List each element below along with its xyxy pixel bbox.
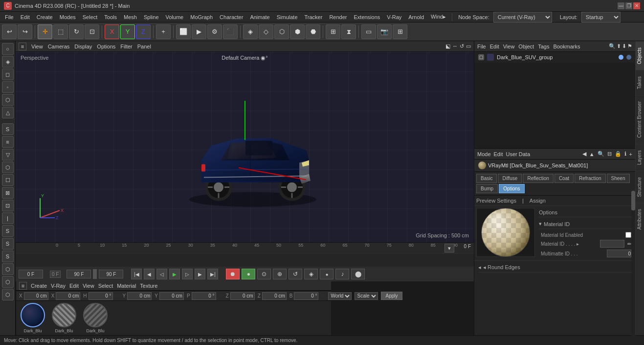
render-btn2[interactable]: ◇ xyxy=(259,24,273,39)
obj-menu-tags[interactable]: Tags xyxy=(538,44,549,49)
snap-btn[interactable]: ⊞ xyxy=(326,24,340,39)
material-item-0[interactable]: Dark_Blu xyxy=(18,303,47,333)
nav-lock[interactable]: 🔒 xyxy=(615,151,622,157)
menu-mograph[interactable]: MoGraph xyxy=(187,13,216,21)
close-button[interactable]: ✕ xyxy=(633,2,640,9)
user-data-label[interactable]: User Data xyxy=(506,151,531,157)
obj-icon2[interactable]: ⬆ xyxy=(617,43,621,49)
next-btn[interactable]: ▷ xyxy=(182,269,193,279)
obj-icon4[interactable]: ⚑ xyxy=(627,43,632,49)
world-select[interactable]: World xyxy=(328,292,352,300)
sidebar-tool5[interactable]: ☐ xyxy=(2,174,14,186)
current-frame-input[interactable] xyxy=(19,270,43,278)
sidebar-tool8[interactable]: | xyxy=(2,212,14,224)
menu-extensions[interactable]: Extensions xyxy=(351,13,383,21)
z-pos-input[interactable] xyxy=(230,292,255,300)
menu-create[interactable]: Create xyxy=(34,13,56,21)
end-frame-input[interactable] xyxy=(67,270,91,278)
menu-render[interactable]: Render xyxy=(326,13,350,21)
z-axis-btn[interactable]: Z xyxy=(136,24,151,39)
marker-btn[interactable]: ◈ xyxy=(304,269,318,279)
menu-vray[interactable]: V-Ray xyxy=(384,13,404,21)
apply-button[interactable]: Apply xyxy=(381,292,402,300)
menu-file[interactable]: File xyxy=(2,13,17,21)
mat-menu-material[interactable]: Material xyxy=(117,283,136,289)
obj-menu-bookmarks[interactable]: Bookmarks xyxy=(553,44,580,49)
viewport-menu-panel[interactable]: Panel xyxy=(137,44,151,49)
render-btn4[interactable]: ⬢ xyxy=(290,24,305,39)
mat-menu-view[interactable]: View xyxy=(83,283,94,289)
object-visibility-dot[interactable] xyxy=(619,55,623,60)
move-tool-button[interactable]: ✛ xyxy=(38,24,52,39)
x-pos-input[interactable] xyxy=(24,292,48,300)
viewport-btn2[interactable]: ▶ xyxy=(192,24,206,39)
rotate-tool-button[interactable]: ↻ xyxy=(69,24,84,39)
sidebar-snap[interactable]: S xyxy=(2,123,14,135)
mat-menu-edit[interactable]: Edit xyxy=(69,283,79,289)
viewport-menu-display[interactable]: Display xyxy=(74,44,92,49)
menu-edit[interactable]: Edit xyxy=(18,13,33,21)
tab-layers[interactable]: Layers xyxy=(636,144,644,171)
audio-btn[interactable]: ♪ xyxy=(335,269,349,279)
assign-link[interactable]: Assign xyxy=(530,198,546,204)
menu-spline[interactable]: Spline xyxy=(141,13,162,21)
obj-icon1[interactable]: 🔍 xyxy=(609,43,616,49)
keyframe-btn[interactable]: ⬥ xyxy=(320,269,333,279)
playback-mode-btn[interactable]: ⊙ xyxy=(257,269,271,279)
redo-button[interactable]: ↪ xyxy=(18,24,32,39)
menu-select[interactable]: Select xyxy=(80,13,101,21)
render-btn3[interactable]: ⬡ xyxy=(274,24,289,39)
menu-modes[interactable]: Modes xyxy=(57,13,79,21)
nav-info[interactable]: ℹ xyxy=(624,151,626,157)
total-frames-input[interactable] xyxy=(99,270,123,278)
object-item-row[interactable]: Dark_Blue_SUV_group xyxy=(474,52,635,63)
sidebar-point-mode[interactable]: ◦ xyxy=(2,81,14,93)
tab-reflection[interactable]: Reflection xyxy=(523,174,553,183)
sidebar-tool14[interactable]: ⬡ xyxy=(2,289,14,300)
sidebar-tool3[interactable]: ▽ xyxy=(2,149,14,161)
collapse-icon[interactable]: ▾ xyxy=(539,221,542,227)
mat-menu-select[interactable]: Select xyxy=(98,283,113,289)
menu-mesh[interactable]: Mesh xyxy=(121,13,140,21)
y-axis-btn[interactable]: Y xyxy=(120,24,135,39)
nav-add[interactable]: + xyxy=(629,151,632,157)
mat-menu-texture[interactable]: Texture xyxy=(140,283,157,289)
tab-sheen[interactable]: Sheen xyxy=(607,174,630,183)
preview-settings-link[interactable]: Preview Settings xyxy=(476,198,516,204)
obj-menu-file[interactable]: File xyxy=(477,44,486,49)
tab-objects[interactable]: Objects xyxy=(636,41,644,70)
mirror-btn[interactable]: ⧗ xyxy=(341,24,356,39)
menu-arnold[interactable]: Arnold xyxy=(405,13,427,21)
layout-select[interactable]: Startup xyxy=(581,12,621,23)
next-frame-btn[interactable]: ▶ xyxy=(195,269,205,279)
sidebar-object-mode[interactable]: ○ xyxy=(2,43,14,55)
sidebar-tool4[interactable]: ⬡ xyxy=(2,161,14,173)
mat-menu-vray[interactable]: V-Ray xyxy=(51,283,66,289)
menu-tracker[interactable]: Tracker xyxy=(302,13,326,21)
menu-tools[interactable]: Tools xyxy=(101,13,120,21)
sidebar-tool12[interactable]: ⬡ xyxy=(2,263,14,275)
scrollbar-thumb[interactable] xyxy=(631,191,635,210)
mat-menu-icon[interactable]: ≡ xyxy=(19,282,27,290)
loop-btn[interactable]: ↺ xyxy=(289,269,302,279)
tab-refraction[interactable]: Refraction xyxy=(575,174,606,183)
sidebar-tool13[interactable]: ⬡ xyxy=(2,276,14,288)
y-scale-input[interactable] xyxy=(159,292,184,300)
object-expand-icon[interactable] xyxy=(478,54,484,60)
z-scale-input[interactable] xyxy=(262,292,287,300)
go-end-btn[interactable]: ▶| xyxy=(207,269,218,279)
obj-menu-edit[interactable]: Edit xyxy=(490,44,499,49)
mode-label[interactable]: Mode xyxy=(477,151,491,157)
object-render-dot[interactable] xyxy=(626,55,631,60)
sidebar-tool9[interactable]: S xyxy=(2,225,14,237)
scale-tool-button[interactable]: ⊡ xyxy=(85,24,99,39)
nav-filter[interactable]: ⊟ xyxy=(607,151,612,157)
tab-structure[interactable]: Structure xyxy=(636,171,644,203)
obj-icon3[interactable]: ⬇ xyxy=(622,43,626,49)
scale-select[interactable]: Scale xyxy=(355,292,378,300)
display-btn1[interactable]: ▭ xyxy=(361,24,376,39)
viewport-menu-options[interactable]: Options xyxy=(97,44,115,49)
viewport-menu-filter[interactable]: Filter xyxy=(120,44,132,49)
sidebar-polygon-mode[interactable]: ◈ xyxy=(2,56,14,68)
timeline-ruler[interactable]: 0 5 10 15 20 25 30 35 40 45 50 55 xyxy=(16,243,474,253)
